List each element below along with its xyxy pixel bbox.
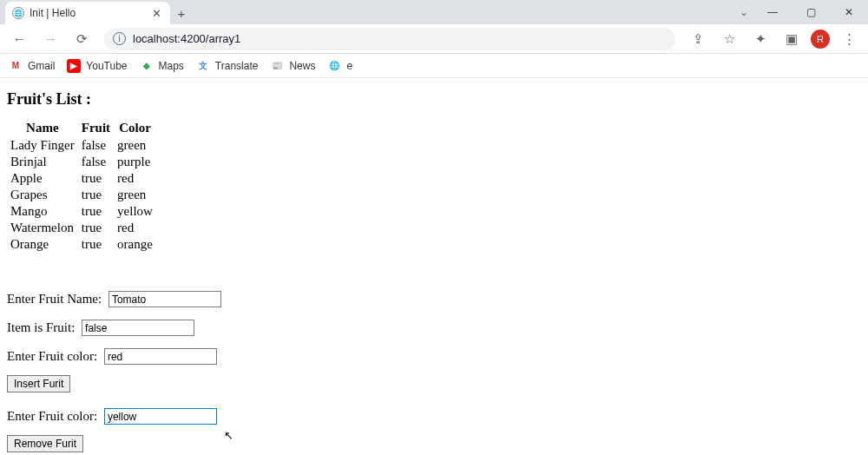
bookmark-icon: 📰	[270, 59, 284, 73]
cell-fruit: true	[78, 220, 114, 236]
menu-icon[interactable]: ⋮	[837, 27, 861, 51]
bookmark-label: News	[289, 60, 315, 72]
bookmark-label: Gmail	[28, 60, 55, 72]
bookmark-item[interactable]: 🌐e	[327, 59, 352, 73]
address-bar[interactable]: i localhost:4200/array1	[104, 28, 675, 50]
insert-fruit-group: Item is Fruit:	[7, 320, 861, 336]
remove-button[interactable]: Remove Furit	[7, 435, 83, 452]
table-row: Grapestruegreen	[7, 187, 156, 203]
bookmark-item[interactable]: ▶YouTube	[67, 59, 127, 73]
insert-color-input[interactable]	[104, 348, 217, 365]
cell-name: Mango	[7, 203, 78, 220]
cell-color: yellow	[114, 203, 156, 220]
bookmark-label: Maps	[159, 60, 184, 72]
cell-color: red	[114, 170, 156, 187]
window-controls: ⌄ — ▢ ✕	[740, 0, 868, 24]
share-icon[interactable]: ⇪	[686, 27, 710, 51]
titlebar: 🌐 Init | Hello ✕ + ⌄ — ▢ ✕	[0, 0, 868, 24]
forward-button[interactable]: →	[38, 27, 62, 51]
col-name: Name	[7, 121, 78, 137]
cell-name: Grapes	[7, 187, 78, 203]
tab-search-icon[interactable]: ⌄	[740, 6, 753, 18]
cell-color: green	[114, 137, 156, 154]
insert-color-group: Enter Fruit color:	[7, 348, 861, 365]
cell-color: purple	[114, 154, 156, 170]
cell-name: Orange	[7, 236, 78, 253]
reload-button[interactable]: ⟳	[69, 27, 94, 51]
browser-tab[interactable]: 🌐 Init | Hello ✕	[5, 2, 170, 24]
page-heading: Fruit's List :	[7, 90, 861, 109]
bookmark-label: Translate	[215, 60, 259, 72]
remove-color-label: Enter Fruit color:	[7, 409, 97, 423]
insert-color-label: Enter Fruit color:	[7, 349, 97, 363]
cell-fruit: true	[78, 203, 114, 220]
col-fruit: Fruit	[78, 121, 114, 137]
bookmark-item[interactable]: MGmail	[9, 59, 55, 73]
bookmark-item[interactable]: ◆Maps	[140, 59, 184, 73]
site-info-icon[interactable]: i	[113, 32, 126, 45]
col-color: Color	[114, 121, 156, 137]
cell-fruit: true	[78, 170, 114, 187]
insert-name-group: Enter Fruit Name:	[7, 291, 861, 307]
bookmark-icon: ◆	[140, 59, 154, 73]
insert-name-label: Enter Fruit Name:	[7, 292, 102, 306]
back-button[interactable]: ←	[7, 27, 31, 51]
insert-fruit-label: Item is Fruit:	[7, 320, 75, 334]
cell-fruit: true	[78, 236, 114, 253]
insert-button[interactable]: Insert Furit	[7, 375, 70, 392]
table-row: Brinjalfalsepurple	[7, 154, 156, 170]
new-tab-button[interactable]: +	[170, 2, 193, 24]
cursor-icon: ↖	[224, 429, 233, 443]
close-window-button[interactable]: ✕	[830, 0, 868, 24]
cell-name: Brinjal	[7, 154, 78, 170]
cell-color: green	[114, 187, 156, 203]
remove-color-group: Enter Fruit color:	[7, 408, 861, 425]
remove-color-input[interactable]	[104, 408, 217, 425]
bookmark-item[interactable]: 文Translate	[196, 59, 259, 73]
table-row: Lady Fingerfalsegreen	[7, 137, 156, 154]
insert-name-input[interactable]	[108, 291, 221, 307]
table-row: Appletruered	[7, 170, 156, 187]
bookmark-star-icon[interactable]: ☆	[717, 27, 741, 51]
bookmark-icon: 文	[196, 59, 210, 73]
tab-strip: 🌐 Init | Hello ✕ +	[0, 0, 193, 24]
globe-icon: 🌐	[12, 7, 24, 19]
cell-name: Lady Finger	[7, 137, 78, 154]
profile-avatar[interactable]: R	[811, 30, 830, 49]
bookmark-label: e	[346, 60, 352, 72]
bookmark-icon: M	[9, 59, 23, 73]
insert-fruit-input[interactable]	[82, 320, 194, 336]
cell-color: red	[114, 220, 156, 236]
cell-fruit: false	[78, 137, 114, 154]
cell-name: Apple	[7, 170, 78, 187]
url-text: localhost:4200/array1	[133, 32, 240, 45]
table-row: Watermelontruered	[7, 220, 156, 236]
close-tab-icon[interactable]: ✕	[150, 6, 163, 21]
bookmark-item[interactable]: 📰News	[270, 59, 315, 73]
fruits-table: Name Fruit Color Lady FingerfalsegreenBr…	[7, 121, 156, 253]
tab-title: Init | Hello	[30, 7, 76, 19]
maximize-button[interactable]: ▢	[792, 0, 830, 24]
bookmark-icon: 🌐	[327, 59, 341, 73]
cell-color: orange	[114, 236, 156, 253]
extensions-icon[interactable]: ✦	[748, 27, 773, 51]
cell-name: Watermelon	[7, 220, 78, 236]
page-content: Fruit's List : Name Fruit Color Lady Fin…	[0, 78, 868, 455]
table-row: Mangotrueyellow	[7, 203, 156, 220]
toolbar: ← → ⟳ i localhost:4200/array1 ⇪ ☆ ✦ ▣ R …	[0, 24, 868, 54]
bookmark-icon: ▶	[67, 59, 81, 73]
bookmarks-bar: MGmail▶YouTube◆Maps文Translate📰News🌐e	[0, 54, 868, 78]
bookmark-label: YouTube	[86, 60, 127, 72]
sidepanel-icon[interactable]: ▣	[779, 27, 804, 51]
cell-fruit: true	[78, 187, 114, 203]
cell-fruit: false	[78, 154, 114, 170]
minimize-button[interactable]: —	[753, 0, 792, 24]
table-row: Orangetrueorange	[7, 236, 156, 253]
